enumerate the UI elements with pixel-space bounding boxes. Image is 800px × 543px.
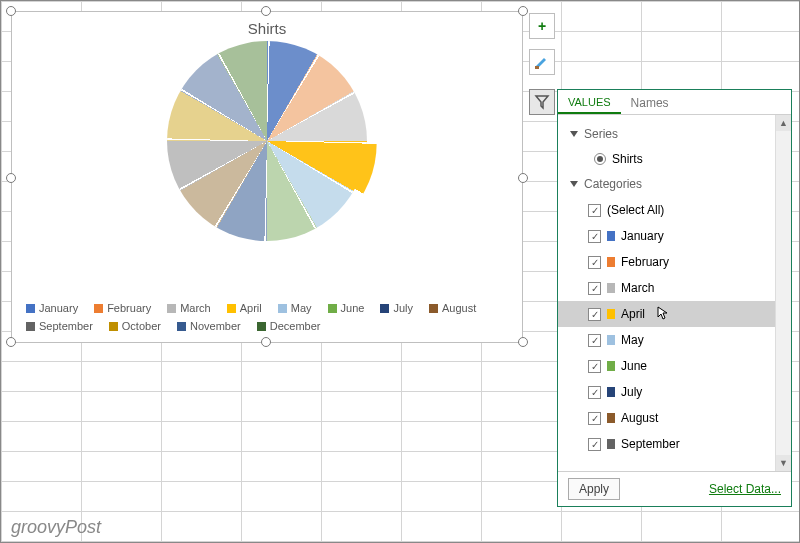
legend-swatch-icon [94,304,103,313]
resize-handle[interactable] [6,337,16,347]
legend-item: August [429,302,476,314]
legend-item: May [278,302,312,314]
series-group[interactable]: Series [568,121,791,147]
scroll-up-icon[interactable]: ▲ [776,115,791,131]
chart-object[interactable]: Shirts JanuaryFebruaryMarchAprilMayJuneJ… [11,11,523,343]
tab-names[interactable]: Names [621,94,679,114]
category-label: September [621,437,680,451]
checkbox-checked-icon: ✓ [588,308,601,321]
legend-item: April [227,302,262,314]
legend-label: May [291,302,312,314]
category-label: April [621,307,645,321]
category-label: May [621,333,644,347]
legend-item: December [257,320,321,332]
category-item-april[interactable]: ✓April [558,301,775,327]
legend-item: July [380,302,413,314]
legend-label: April [240,302,262,314]
resize-handle[interactable] [261,337,271,347]
category-label: June [621,359,647,373]
legend-item: March [167,302,211,314]
resize-handle[interactable] [518,337,528,347]
category-swatch-icon [607,283,615,293]
cursor-icon [657,306,669,323]
checkbox-checked-icon: ✓ [588,438,601,451]
legend-item: September [26,320,93,332]
paintbrush-icon [534,54,550,70]
category-item-august[interactable]: ✓August [568,405,791,431]
tab-values[interactable]: Values [558,94,621,114]
resize-handle[interactable] [6,6,16,16]
legend-swatch-icon [167,304,176,313]
radio-selected-icon [594,153,606,165]
legend-label: August [442,302,476,314]
legend-swatch-icon [278,304,287,313]
checkbox-checked-icon: ✓ [588,386,601,399]
scroll-down-icon[interactable]: ▼ [776,455,791,471]
filter-scrollbar[interactable]: ▲ ▼ [775,115,791,471]
watermark: groovyPost [11,517,101,538]
legend-swatch-icon [328,304,337,313]
legend-swatch-icon [380,304,389,313]
chart-filter-panel: Values Names Series Shirts Categories ✓ … [557,89,792,507]
category-item-june[interactable]: ✓June [568,353,791,379]
pie-chart[interactable] [12,41,522,241]
legend-swatch-icon [26,304,35,313]
category-label: February [621,255,669,269]
categories-group[interactable]: Categories [568,171,791,197]
category-select-all[interactable]: ✓ (Select All) [568,197,791,223]
legend-label: November [190,320,241,332]
category-item-march[interactable]: ✓March [568,275,791,301]
chart-title: Shirts [12,20,522,37]
legend-label: October [122,320,161,332]
resize-handle[interactable] [518,6,528,16]
category-swatch-icon [607,335,615,345]
category-item-september[interactable]: ✓September [568,431,791,457]
legend-item: February [94,302,151,314]
legend-swatch-icon [227,304,236,313]
legend-swatch-icon [26,322,35,331]
category-swatch-icon [607,309,615,319]
legend-item: October [109,320,161,332]
legend-swatch-icon [177,322,186,331]
category-item-january[interactable]: ✓January [568,223,791,249]
legend-item: November [177,320,241,332]
resize-handle[interactable] [261,6,271,16]
category-swatch-icon [607,257,615,267]
resize-handle[interactable] [518,173,528,183]
category-label: July [621,385,642,399]
select-data-link[interactable]: Select Data... [709,482,781,496]
category-label: August [621,411,658,425]
chart-filters-button[interactable] [529,89,555,115]
category-swatch-icon [607,387,615,397]
category-label: January [621,229,664,243]
collapse-icon [570,131,578,137]
legend-label: January [39,302,78,314]
checkbox-checked-icon: ✓ [588,282,601,295]
legend-item: January [26,302,78,314]
checkbox-checked-icon: ✓ [588,204,601,217]
category-item-february[interactable]: ✓February [568,249,791,275]
legend: JanuaryFebruaryMarchAprilMayJuneJulyAugu… [26,302,508,332]
legend-label: September [39,320,93,332]
legend-label: December [270,320,321,332]
category-item-july[interactable]: ✓July [568,379,791,405]
chart-elements-button[interactable]: + [529,13,555,39]
legend-swatch-icon [429,304,438,313]
svg-rect-0 [535,66,539,69]
category-item-may[interactable]: ✓May [568,327,791,353]
collapse-icon [570,181,578,187]
categories-group-label: Categories [584,177,642,191]
checkbox-checked-icon: ✓ [588,334,601,347]
resize-handle[interactable] [6,173,16,183]
checkbox-checked-icon: ✓ [588,230,601,243]
series-option-shirts[interactable]: Shirts [568,147,791,171]
select-all-label: (Select All) [607,203,664,217]
apply-button[interactable]: Apply [568,478,620,500]
chart-styles-button[interactable] [529,49,555,75]
legend-item: June [328,302,365,314]
legend-label: February [107,302,151,314]
category-label: March [621,281,654,295]
legend-label: June [341,302,365,314]
legend-swatch-icon [257,322,266,331]
category-swatch-icon [607,231,615,241]
